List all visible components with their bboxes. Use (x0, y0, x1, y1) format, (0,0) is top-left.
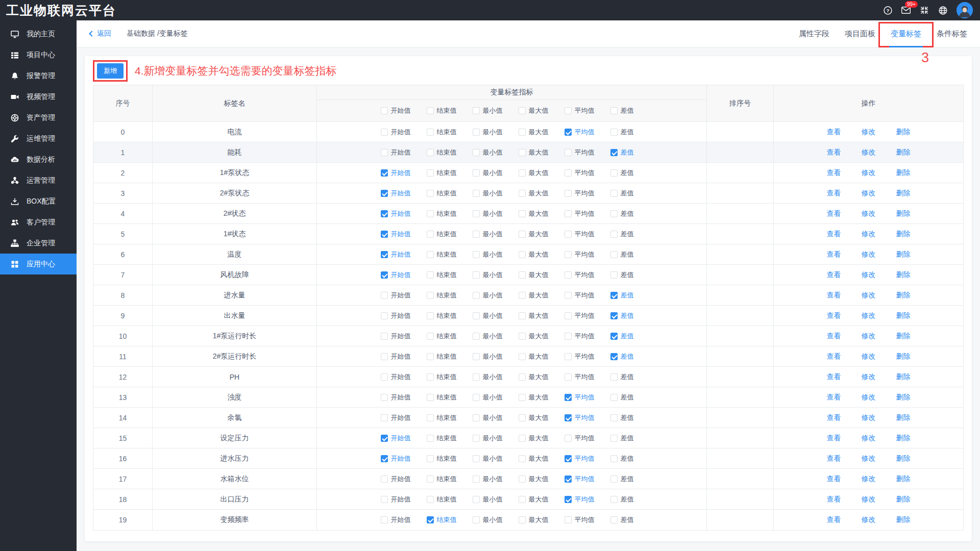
checkbox-icon[interactable] (565, 210, 572, 217)
checkbox-icon[interactable] (519, 129, 526, 136)
checkbox-icon[interactable] (381, 169, 388, 177)
delete-link[interactable]: 删除 (896, 189, 911, 198)
indicator-checkbox-0[interactable]: 开始值 (381, 434, 413, 443)
checkbox-icon[interactable] (473, 107, 480, 114)
checkbox-icon[interactable] (565, 353, 572, 360)
checkbox-icon[interactable] (473, 516, 480, 523)
checkbox-icon[interactable] (381, 190, 388, 197)
checkbox-icon[interactable] (519, 333, 526, 340)
checkbox-icon[interactable] (473, 312, 480, 319)
checkbox-icon[interactable] (610, 414, 618, 421)
checkbox-icon[interactable] (565, 312, 572, 319)
add-button[interactable]: 新增 (97, 63, 124, 79)
indicator-checkbox-0[interactable]: 开始值 (381, 495, 413, 504)
indicator-checkbox-2[interactable]: 最小值 (473, 291, 505, 300)
checkbox-icon[interactable] (519, 231, 526, 238)
checkbox-icon[interactable] (610, 210, 618, 217)
checkbox-icon[interactable] (519, 292, 526, 299)
indicator-checkbox-2[interactable]: 最小值 (473, 495, 505, 504)
checkbox-icon[interactable] (565, 107, 572, 114)
indicator-checkbox-4[interactable]: 平均值 (565, 434, 597, 443)
tab-3[interactable]: 条件标签 (929, 20, 975, 47)
indicator-checkbox-2[interactable]: 最小值 (473, 393, 505, 402)
indicator-checkbox-2[interactable]: 最小值 (473, 332, 505, 341)
indicator-checkbox-0[interactable]: 开始值 (381, 454, 413, 463)
checkbox-icon[interactable] (473, 333, 480, 340)
indicator-checkbox-2[interactable]: 最小值 (473, 474, 505, 484)
checkbox-icon[interactable] (565, 169, 572, 177)
indicator-checkbox-1[interactable]: 结束值 (427, 270, 459, 280)
edit-link[interactable]: 修改 (862, 372, 876, 382)
indicator-checkbox-5[interactable]: 差值 (610, 230, 643, 239)
checkbox-icon[interactable] (565, 373, 572, 381)
sidebar-item-9[interactable]: 客户管理 (0, 212, 77, 233)
indicator-checkbox-0[interactable]: 开始值 (381, 189, 413, 198)
indicator-checkbox-3[interactable]: 最大值 (519, 332, 551, 341)
sidebar-item-8[interactable]: BOX配置 (0, 191, 77, 212)
checkbox-icon[interactable] (610, 129, 618, 136)
indicator-checkbox-3[interactable]: 最大值 (519, 209, 551, 218)
indicator-checkbox-1[interactable]: 结束值 (427, 372, 459, 382)
indicator-checkbox-2[interactable]: 最小值 (473, 168, 505, 178)
indicator-checkbox-1[interactable]: 结束值 (427, 332, 459, 341)
checkbox-icon[interactable] (610, 455, 618, 462)
view-link[interactable]: 查看 (827, 311, 841, 320)
checkbox-icon[interactable] (427, 107, 434, 114)
indicator-checkbox-1[interactable]: 结束值 (427, 515, 459, 524)
indicator-checkbox-3[interactable]: 最大值 (519, 168, 551, 178)
indicator-checkbox-4[interactable]: 平均值 (565, 270, 597, 280)
indicator-checkbox-1[interactable]: 结束值 (427, 413, 459, 422)
indicator-checkbox-4[interactable]: 平均值 (565, 106, 597, 115)
checkbox-icon[interactable] (565, 292, 572, 299)
indicator-checkbox-0[interactable]: 开始值 (381, 291, 413, 300)
checkbox-icon[interactable] (565, 129, 572, 136)
indicator-checkbox-4[interactable]: 平均值 (565, 291, 597, 300)
indicator-checkbox-4[interactable]: 平均值 (565, 454, 597, 463)
checkbox-icon[interactable] (473, 149, 480, 156)
edit-link[interactable]: 修改 (862, 128, 876, 137)
checkbox-icon[interactable] (381, 435, 388, 442)
view-link[interactable]: 查看 (827, 168, 841, 178)
checkbox-icon[interactable] (519, 149, 526, 156)
globe-icon[interactable] (938, 6, 947, 15)
indicator-checkbox-1[interactable]: 结束值 (427, 454, 459, 463)
edit-link[interactable]: 修改 (862, 454, 876, 463)
view-link[interactable]: 查看 (827, 515, 841, 524)
checkbox-icon[interactable] (381, 455, 388, 462)
indicator-checkbox-0[interactable]: 开始值 (381, 352, 413, 361)
edit-link[interactable]: 修改 (862, 352, 876, 361)
indicator-checkbox-1[interactable]: 结束值 (427, 311, 459, 320)
checkbox-icon[interactable] (381, 210, 388, 217)
edit-link[interactable]: 修改 (862, 393, 876, 402)
indicator-checkbox-3[interactable]: 最大值 (519, 352, 551, 361)
indicator-checkbox-3[interactable]: 最大值 (519, 474, 551, 484)
checkbox-icon[interactable] (565, 190, 572, 197)
checkbox-icon[interactable] (473, 353, 480, 360)
indicator-checkbox-4[interactable]: 平均值 (565, 515, 597, 524)
checkbox-icon[interactable] (427, 373, 434, 381)
checkbox-icon[interactable] (519, 394, 526, 401)
checkbox-icon[interactable] (381, 414, 388, 421)
indicator-checkbox-5[interactable]: 差值 (610, 106, 643, 115)
indicator-checkbox-1[interactable]: 结束值 (427, 474, 459, 484)
edit-link[interactable]: 修改 (862, 270, 876, 280)
checkbox-icon[interactable] (381, 373, 388, 381)
indicator-checkbox-0[interactable]: 开始值 (381, 332, 413, 341)
tab-0[interactable]: 属性字段 (791, 20, 837, 47)
view-link[interactable]: 查看 (827, 454, 841, 463)
checkbox-icon[interactable] (381, 496, 388, 503)
help-icon[interactable]: ? (883, 6, 892, 15)
checkbox-icon[interactable] (565, 271, 572, 279)
checkbox-icon[interactable] (565, 475, 572, 483)
checkbox-icon[interactable] (427, 210, 434, 217)
checkbox-icon[interactable] (473, 129, 480, 136)
delete-link[interactable]: 删除 (896, 270, 911, 280)
checkbox-icon[interactable] (473, 475, 480, 483)
indicator-checkbox-1[interactable]: 结束值 (427, 352, 459, 361)
delete-link[interactable]: 删除 (896, 128, 911, 137)
delete-link[interactable]: 删除 (896, 372, 911, 382)
indicator-checkbox-2[interactable]: 最小值 (473, 372, 505, 382)
sidebar-item-5[interactable]: 运维管理 (0, 128, 77, 149)
checkbox-icon[interactable] (427, 251, 434, 258)
view-link[interactable]: 查看 (827, 393, 841, 402)
